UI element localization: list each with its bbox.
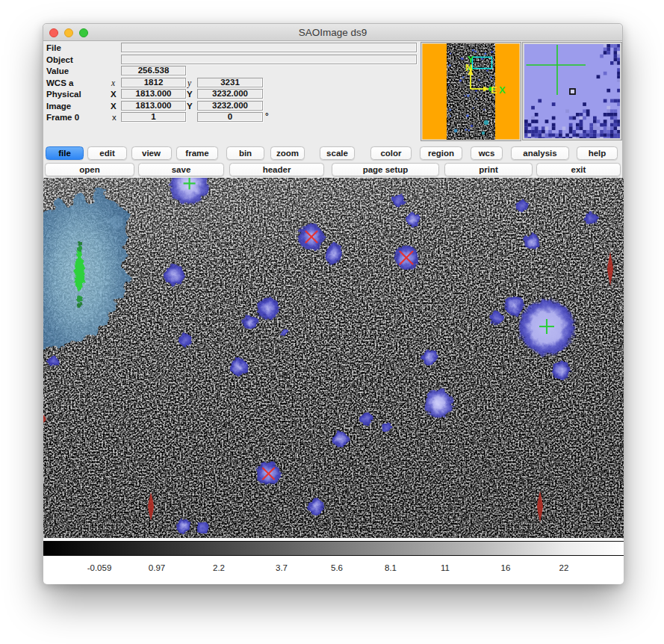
svg-text:N: N [465, 62, 472, 73]
svg-text:E: E [491, 84, 497, 96]
svg-text:X: X [499, 84, 506, 96]
